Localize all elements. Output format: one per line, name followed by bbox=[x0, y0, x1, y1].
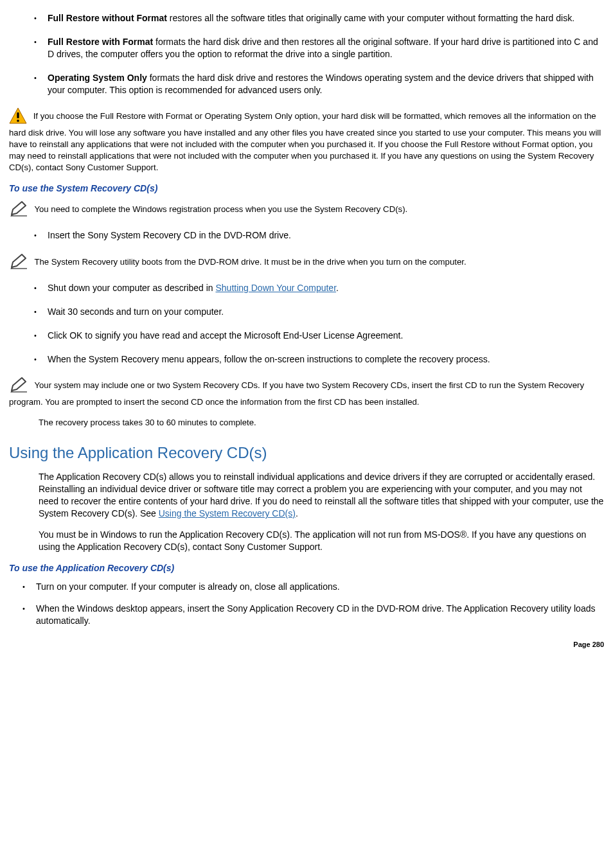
subheading-app-recovery: To use the Application Recovery CD(s) bbox=[9, 562, 604, 574]
warning-note: If you choose the Full Restore with Form… bbox=[9, 107, 604, 173]
warning-text: If you choose the Full Restore with Form… bbox=[9, 111, 601, 172]
app-recovery-p2: You must be in Windows to run the Applic… bbox=[39, 529, 604, 553]
step-text: Wait 30 seconds and turn on your compute… bbox=[48, 306, 224, 317]
note-two-cds: Your system may include one or two Syste… bbox=[9, 376, 604, 408]
step-text: Click OK to signify you have read and ac… bbox=[48, 330, 403, 341]
svg-point-2 bbox=[17, 120, 19, 123]
steps-list-1: Insert the Sony System Recovery CD in th… bbox=[9, 229, 604, 242]
link-using-system-recovery[interactable]: Using the System Recovery CD(s) bbox=[159, 508, 296, 518]
heading-app-recovery: Using the Application Recovery CD(s) bbox=[9, 443, 604, 463]
recovery-time-text: The recovery process takes 30 to 60 minu… bbox=[39, 417, 604, 429]
recovery-options-list: Full Restore without Format restores all… bbox=[9, 12, 604, 96]
link-shutting-down[interactable]: Shutting Down Your Computer bbox=[215, 283, 336, 293]
pencil-note-icon bbox=[9, 253, 28, 273]
list-item: Insert the Sony System Recovery CD in th… bbox=[37, 229, 604, 242]
list-item: Full Restore with Format formats the har… bbox=[37, 36, 604, 60]
option-title: Full Restore without Format bbox=[48, 13, 167, 23]
list-item: Turn on your computer. If your computer … bbox=[26, 581, 604, 593]
note-text: The System Recovery utility boots from t… bbox=[34, 257, 466, 267]
subheading-system-recovery: To use the System Recovery CD(s) bbox=[9, 182, 604, 195]
list-item: Full Restore without Format restores all… bbox=[37, 12, 604, 24]
warning-icon bbox=[9, 107, 27, 127]
app-recovery-p1: The Application Recovery CD(s) allows yo… bbox=[39, 471, 604, 520]
list-item: Wait 30 seconds and turn on your compute… bbox=[37, 306, 604, 318]
step-text-post: . bbox=[336, 283, 339, 293]
step-text: Shut down your computer as described in bbox=[48, 283, 215, 293]
page-number: Page 280 bbox=[9, 640, 604, 650]
list-item: Operating System Only formats the hard d… bbox=[37, 72, 604, 96]
steps-list-2: Shut down your computer as described in … bbox=[9, 282, 604, 366]
step-text: Turn on your computer. If your computer … bbox=[36, 581, 340, 592]
list-item: When the System Recovery menu appears, f… bbox=[37, 353, 604, 366]
note-text: Your system may include one or two Syste… bbox=[9, 380, 584, 407]
option-title: Full Restore with Format bbox=[48, 37, 153, 47]
svg-rect-1 bbox=[17, 112, 19, 118]
list-item: Click OK to signify you have read and ac… bbox=[37, 330, 604, 342]
option-title: Operating System Only bbox=[48, 73, 147, 83]
p1-post: . bbox=[296, 508, 298, 518]
note-boot: The System Recovery utility boots from t… bbox=[9, 253, 604, 273]
option-desc: restores all the software titles that or… bbox=[167, 13, 574, 23]
step-text: Insert the Sony System Recovery CD in th… bbox=[48, 230, 291, 240]
app-steps-list: Turn on your computer. If your computer … bbox=[9, 581, 604, 628]
note-text: You need to complete the Windows registr… bbox=[34, 204, 407, 214]
p1-pre: The Application Recovery CD(s) allows yo… bbox=[39, 472, 603, 518]
note-registration: You need to complete the Windows registr… bbox=[9, 200, 604, 220]
list-item: When the Windows desktop appears, insert… bbox=[26, 603, 604, 627]
step-text: When the Windows desktop appears, insert… bbox=[36, 603, 595, 626]
pencil-note-icon bbox=[9, 200, 28, 220]
pencil-note-icon bbox=[9, 376, 28, 396]
list-item: Shut down your computer as described in … bbox=[37, 282, 604, 294]
step-text: When the System Recovery menu appears, f… bbox=[48, 354, 490, 364]
